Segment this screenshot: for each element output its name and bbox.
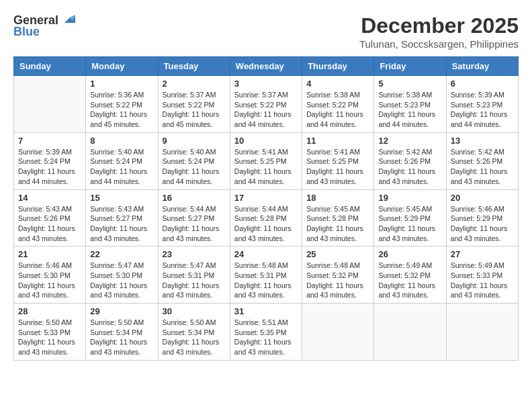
day-info: Sunrise: 5:36 AM Sunset: 5:22 PM Dayligh… [90,90,153,130]
day-number: 21 [18,249,81,259]
day-info: Sunrise: 5:51 AM Sunset: 5:35 PM Dayligh… [234,318,298,357]
calendar-cell: 25Sunrise: 5:48 AM Sunset: 5:32 PM Dayli… [302,246,374,304]
day-info: Sunrise: 5:42 AM Sunset: 5:26 PM Dayligh… [378,147,441,187]
day-info: Sunrise: 5:50 AM Sunset: 5:33 PM Dayligh… [18,318,81,357]
week-row-4: 21Sunrise: 5:46 AM Sunset: 5:30 PM Dayli… [14,246,519,304]
calendar-cell: 19Sunrise: 5:45 AM Sunset: 5:29 PM Dayli… [374,189,446,246]
day-number: 20 [451,193,514,203]
day-number: 9 [163,136,226,146]
day-info: Sunrise: 5:47 AM Sunset: 5:31 PM Dayligh… [163,261,226,300]
day-info: Sunrise: 5:40 AM Sunset: 5:24 PM Dayligh… [90,147,153,187]
day-info: Sunrise: 5:45 AM Sunset: 5:29 PM Dayligh… [378,204,441,244]
calendar-cell: 30Sunrise: 5:50 AM Sunset: 5:34 PM Dayli… [158,304,230,361]
day-number: 1 [90,79,153,89]
calendar-cell: 27Sunrise: 5:49 AM Sunset: 5:33 PM Dayli… [446,246,518,304]
day-info: Sunrise: 5:41 AM Sunset: 5:25 PM Dayligh… [234,147,298,187]
day-info: Sunrise: 5:44 AM Sunset: 5:28 PM Dayligh… [234,204,298,244]
calendar-table: SundayMondayTuesdayWednesdayThursdayFrid… [13,56,519,361]
day-info: Sunrise: 5:38 AM Sunset: 5:22 PM Dayligh… [306,90,369,130]
day-number: 26 [378,249,441,259]
day-info: Sunrise: 5:46 AM Sunset: 5:29 PM Dayligh… [451,204,514,244]
calendar-cell: 10Sunrise: 5:41 AM Sunset: 5:25 PM Dayli… [230,132,302,189]
weekday-header-saturday: Saturday [446,57,518,76]
calendar-cell: 1Sunrise: 5:36 AM Sunset: 5:22 PM Daylig… [86,76,158,133]
calendar-cell [374,304,446,361]
day-number: 23 [163,249,226,259]
day-number: 13 [451,136,514,146]
day-info: Sunrise: 5:50 AM Sunset: 5:34 PM Dayligh… [163,318,226,357]
day-info: Sunrise: 5:50 AM Sunset: 5:34 PM Dayligh… [90,318,153,357]
day-number: 17 [234,193,298,203]
day-number: 2 [163,79,226,89]
day-number: 19 [378,193,441,203]
title-area: December 2025 Tulunan, Soccsksargen, Phi… [359,13,519,50]
day-number: 28 [18,306,81,316]
calendar-cell: 15Sunrise: 5:43 AM Sunset: 5:27 PM Dayli… [86,189,158,246]
month-title: December 2025 [359,13,519,38]
day-info: Sunrise: 5:48 AM Sunset: 5:32 PM Dayligh… [306,261,369,300]
weekday-header-row: SundayMondayTuesdayWednesdayThursdayFrid… [14,57,519,76]
calendar-cell: 9Sunrise: 5:40 AM Sunset: 5:24 PM Daylig… [158,132,230,189]
calendar-cell: 28Sunrise: 5:50 AM Sunset: 5:33 PM Dayli… [14,304,86,361]
calendar-cell: 31Sunrise: 5:51 AM Sunset: 5:35 PM Dayli… [230,304,302,361]
calendar-cell: 26Sunrise: 5:49 AM Sunset: 5:32 PM Dayli… [374,246,446,304]
calendar-cell: 17Sunrise: 5:44 AM Sunset: 5:28 PM Dayli… [230,189,302,246]
day-number: 18 [306,193,369,203]
weekday-header-sunday: Sunday [14,57,86,76]
page-header: General Blue December 2025 Tulunan, Socc… [13,13,519,50]
calendar-cell: 20Sunrise: 5:46 AM Sunset: 5:29 PM Dayli… [446,189,518,246]
calendar-cell: 21Sunrise: 5:46 AM Sunset: 5:30 PM Dayli… [14,246,86,304]
week-row-5: 28Sunrise: 5:50 AM Sunset: 5:33 PM Dayli… [14,304,519,361]
day-number: 24 [234,249,298,259]
day-info: Sunrise: 5:45 AM Sunset: 5:28 PM Dayligh… [306,204,369,244]
day-number: 11 [306,136,369,146]
logo: General Blue [13,13,75,39]
week-row-2: 7Sunrise: 5:39 AM Sunset: 5:24 PM Daylig… [14,132,519,189]
calendar-cell: 2Sunrise: 5:37 AM Sunset: 5:22 PM Daylig… [158,76,230,133]
day-info: Sunrise: 5:37 AM Sunset: 5:22 PM Dayligh… [163,90,226,130]
calendar-cell: 14Sunrise: 5:43 AM Sunset: 5:26 PM Dayli… [14,189,86,246]
calendar-cell: 5Sunrise: 5:38 AM Sunset: 5:23 PM Daylig… [374,76,446,133]
calendar-cell: 23Sunrise: 5:47 AM Sunset: 5:31 PM Dayli… [158,246,230,304]
day-number: 4 [306,79,369,89]
calendar-cell: 3Sunrise: 5:37 AM Sunset: 5:22 PM Daylig… [230,76,302,133]
day-info: Sunrise: 5:39 AM Sunset: 5:23 PM Dayligh… [451,90,514,130]
day-number: 30 [163,306,226,316]
week-row-1: 1Sunrise: 5:36 AM Sunset: 5:22 PM Daylig… [14,76,519,133]
day-info: Sunrise: 5:43 AM Sunset: 5:27 PM Dayligh… [90,204,153,244]
weekday-header-friday: Friday [374,57,446,76]
day-info: Sunrise: 5:46 AM Sunset: 5:30 PM Dayligh… [18,261,81,300]
weekday-header-thursday: Thursday [302,57,374,76]
weekday-header-monday: Monday [86,57,158,76]
day-number: 27 [451,249,514,259]
day-info: Sunrise: 5:41 AM Sunset: 5:25 PM Dayligh… [306,147,369,187]
day-number: 12 [378,136,441,146]
day-number: 5 [378,79,441,89]
day-number: 10 [234,136,298,146]
calendar-cell [446,304,518,361]
logo-icon [60,11,75,26]
day-info: Sunrise: 5:49 AM Sunset: 5:33 PM Dayligh… [451,261,514,300]
calendar-cell: 13Sunrise: 5:42 AM Sunset: 5:26 PM Dayli… [446,132,518,189]
day-info: Sunrise: 5:44 AM Sunset: 5:27 PM Dayligh… [163,204,226,244]
calendar-cell: 18Sunrise: 5:45 AM Sunset: 5:28 PM Dayli… [302,189,374,246]
day-number: 31 [234,306,298,316]
day-number: 14 [18,193,81,203]
day-info: Sunrise: 5:40 AM Sunset: 5:24 PM Dayligh… [163,147,226,187]
day-number: 6 [451,79,514,89]
calendar-cell: 7Sunrise: 5:39 AM Sunset: 5:24 PM Daylig… [14,132,86,189]
weekday-header-tuesday: Tuesday [158,57,230,76]
calendar-cell: 4Sunrise: 5:38 AM Sunset: 5:22 PM Daylig… [302,76,374,133]
day-number: 29 [90,306,153,316]
calendar-cell [302,304,374,361]
calendar-cell [14,76,86,133]
day-number: 8 [90,136,153,146]
week-row-3: 14Sunrise: 5:43 AM Sunset: 5:26 PM Dayli… [14,189,519,246]
day-info: Sunrise: 5:43 AM Sunset: 5:26 PM Dayligh… [18,204,81,244]
day-number: 16 [163,193,226,203]
day-info: Sunrise: 5:48 AM Sunset: 5:31 PM Dayligh… [234,261,298,300]
location: Tulunan, Soccsksargen, Philippines [359,38,519,50]
calendar-cell: 11Sunrise: 5:41 AM Sunset: 5:25 PM Dayli… [302,132,374,189]
calendar-cell: 29Sunrise: 5:50 AM Sunset: 5:34 PM Dayli… [86,304,158,361]
day-info: Sunrise: 5:42 AM Sunset: 5:26 PM Dayligh… [451,147,514,187]
